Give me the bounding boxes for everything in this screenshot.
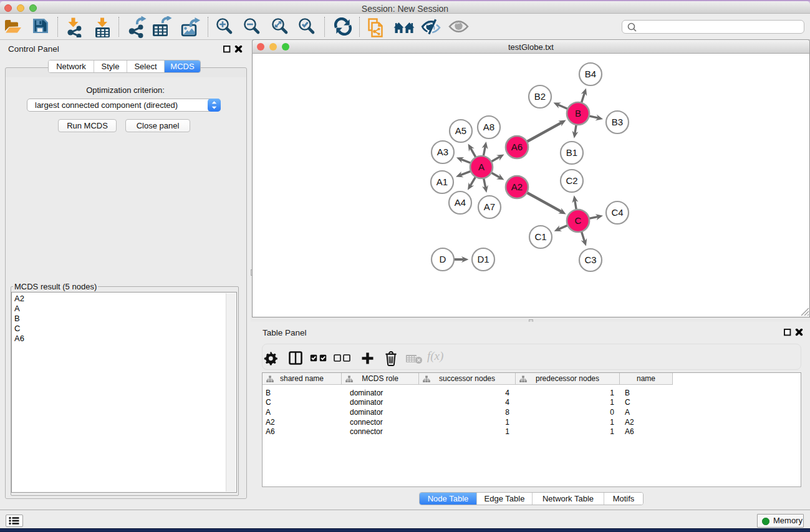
svg-text:D: D [440,254,446,264]
svg-text:C1: C1 [534,231,546,242]
svg-text:C3: C3 [584,254,596,265]
svg-text:C2: C2 [566,175,577,186]
svg-text:A6: A6 [511,142,523,152]
svg-text:C4: C4 [611,207,623,218]
svg-text:A3: A3 [437,147,448,157]
svg-text:B3: B3 [612,117,623,127]
svg-text:B4: B4 [585,69,596,79]
svg-text:B: B [575,108,581,118]
svg-text:C: C [575,215,582,226]
svg-text:B2: B2 [534,91,546,102]
svg-text:A1: A1 [436,177,448,187]
svg-text:A4: A4 [455,197,466,208]
svg-text:A8: A8 [483,122,494,132]
svg-text:B1: B1 [566,147,577,158]
svg-text:A: A [478,162,485,172]
svg-text:A2: A2 [511,181,523,192]
svg-text:A7: A7 [484,201,495,212]
svg-text:A5: A5 [455,125,466,136]
svg-text:D1: D1 [477,254,489,264]
